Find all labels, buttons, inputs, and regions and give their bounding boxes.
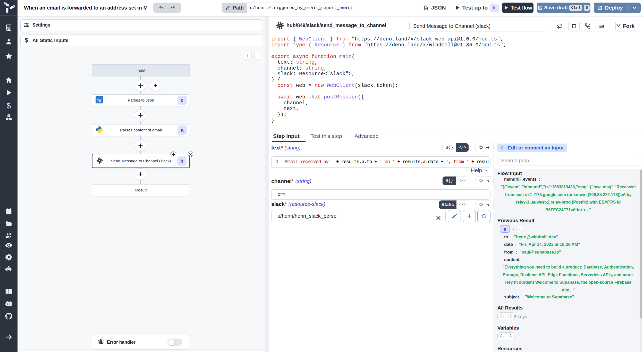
svg-text:TS: TS — [97, 99, 101, 103]
